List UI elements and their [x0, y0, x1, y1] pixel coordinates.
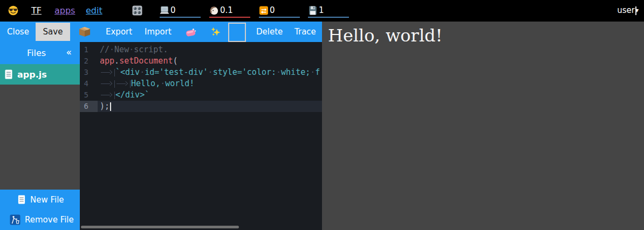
stat-value: 0 — [170, 6, 176, 15]
code-line[interactable]: 5</div>` — [80, 89, 322, 101]
file-name: app.js — [17, 69, 47, 80]
text-cursor — [110, 102, 111, 111]
output-hello-text: Hello, world! — [328, 25, 442, 46]
editor-toolbar: Close Save Export Import Delete Trace — [0, 22, 322, 42]
code-token: `<div — [115, 67, 140, 77]
line-number: 1 — [80, 44, 98, 55]
code-token: New — [114, 45, 129, 54]
code-text: //·New·script. — [100, 45, 168, 54]
code-text: ); — [100, 101, 111, 111]
litter-bin-icon — [10, 214, 20, 225]
code-token: white; — [281, 67, 310, 77]
code-token: · — [129, 45, 134, 54]
remove-file-button[interactable]: Remove File — [0, 210, 80, 230]
edit-link[interactable]: edit — [86, 5, 102, 16]
stat-hamster[interactable]: 0.1 — [209, 4, 250, 18]
control-knobs-icon[interactable] — [132, 5, 142, 16]
collapse-chevron[interactable]: « — [66, 47, 72, 58]
code-line[interactable]: 4Hello,·world! — [80, 78, 322, 89]
stat-value: 1 — [319, 6, 324, 15]
new-file-label: New File — [30, 195, 64, 205]
tab-whitespace-marker — [100, 69, 115, 76]
file-icon — [5, 69, 12, 79]
tf-link[interactable]: TF — [31, 5, 42, 16]
close-button[interactable]: Close — [7, 22, 29, 42]
sparkles-icon-button[interactable] — [211, 27, 221, 37]
code-token: script. — [134, 45, 168, 54]
file-item-appjs[interactable]: app.js — [0, 64, 80, 85]
tab-whitespace-marker — [115, 80, 131, 88]
stat-laptop[interactable]: 0 — [160, 4, 201, 18]
code-text: </div>` — [100, 90, 149, 100]
code-token: · — [109, 45, 114, 54]
line-number: 6 — [80, 101, 98, 112]
repeat-arrows-icon — [259, 6, 269, 15]
blank-button[interactable] — [228, 23, 246, 42]
files-panel: Files « app.js New File — [0, 42, 80, 230]
code-token: · — [208, 67, 213, 77]
sidebar-footer: New File Remove File — [0, 190, 80, 230]
files-list[interactable] — [0, 85, 80, 190]
export-button[interactable]: Export — [106, 22, 132, 42]
code-line[interactable]: 2app.setDocument( — [80, 55, 322, 67]
import-button[interactable]: Import — [145, 22, 172, 42]
line-number: 2 — [80, 55, 98, 67]
user-menu[interactable]: user▾ — [617, 5, 636, 15]
line-number: 3 — [80, 67, 98, 78]
code-token: world! — [165, 79, 194, 88]
code-text: Hello,·world! — [100, 79, 194, 88]
user-menu-label: user — [617, 5, 635, 15]
package-icon-button[interactable] — [79, 27, 90, 37]
trace-button[interactable]: Trace — [294, 22, 316, 42]
stat-value: 0.1 — [220, 6, 233, 15]
caret-down-icon: ▾ — [635, 6, 636, 15]
hamster-icon — [209, 6, 219, 15]
code-token: app — [100, 56, 114, 66]
code-text: app.setDocument( — [100, 56, 178, 66]
code-token: f — [315, 67, 320, 77]
code-token: id='test-div' — [145, 67, 208, 77]
code-token: ); — [100, 101, 109, 111]
code-token: // — [100, 45, 109, 54]
files-header: Files « — [0, 42, 80, 64]
code-line[interactable]: 1//·New·script. — [80, 44, 322, 55]
code-token: style='color: — [213, 67, 276, 77]
tab-whitespace-marker — [100, 80, 115, 88]
soap-icon-button[interactable] — [186, 28, 196, 37]
code-token: · — [276, 67, 281, 77]
code-token: ( — [173, 56, 177, 66]
new-file-button[interactable]: New File — [0, 190, 80, 210]
line-number: 5 — [80, 89, 98, 101]
code-editor[interactable]: 1//·New·script.2app.setDocument(3`<div·i… — [80, 42, 322, 230]
apps-link[interactable]: apps — [54, 5, 75, 16]
code-token: . — [114, 56, 119, 66]
code-token: · — [160, 79, 165, 88]
code-lines: 1//·New·script.2app.setDocument(3`<div·i… — [80, 44, 322, 112]
files-title: Files — [27, 48, 46, 58]
stat-value: 0 — [270, 6, 275, 15]
new-file-page-icon — [18, 195, 25, 204]
stat-repeat[interactable]: 0 — [259, 4, 300, 18]
sunglasses-face-icon — [8, 5, 18, 16]
top-bar: TF apps edit 0 0.1 — [0, 0, 644, 22]
save-button[interactable]: Save — [36, 23, 70, 41]
line-number: 4 — [80, 78, 98, 89]
code-token: · — [140, 67, 145, 77]
code-token: · — [310, 67, 315, 77]
code-token: </div>` — [115, 90, 149, 100]
delete-button[interactable]: Delete — [256, 22, 283, 42]
code-line[interactable]: 6); — [80, 101, 322, 112]
floppy-disk-icon — [308, 6, 318, 15]
laptop-icon — [160, 6, 169, 15]
horizontal-scrollbar-thumb[interactable] — [81, 226, 239, 228]
code-token: Hello, — [131, 79, 160, 88]
remove-file-label: Remove File — [25, 215, 74, 225]
app-root: TF apps edit 0 0.1 — [0, 0, 644, 230]
output-panel: Hello, world! — [322, 22, 644, 230]
tab-whitespace-marker — [100, 92, 115, 99]
code-text: `<div·id='test-div'·style='color:·white;… — [100, 67, 320, 77]
code-token: setDocument — [119, 56, 173, 66]
code-line[interactable]: 3`<div·id='test-div'·style='color:·white… — [80, 67, 322, 78]
stat-floppy[interactable]: 1 — [308, 4, 349, 18]
